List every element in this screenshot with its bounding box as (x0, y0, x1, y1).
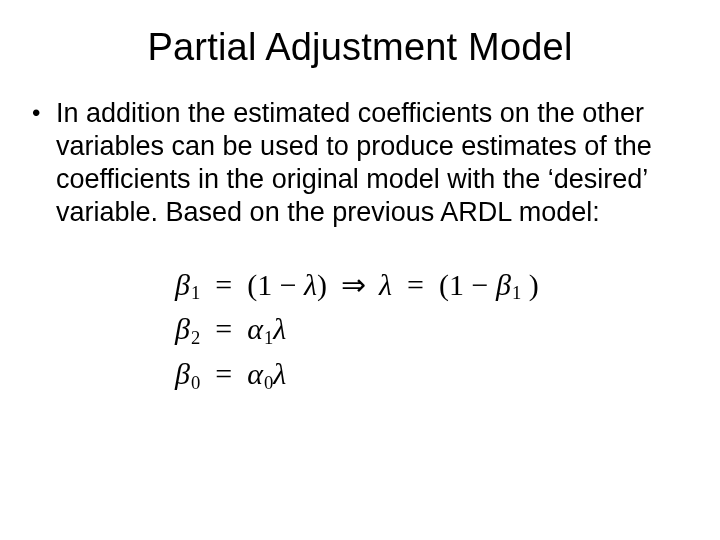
sym-implies: ⇒ (335, 268, 372, 301)
sym-lambda-3: λ (273, 312, 286, 345)
bullet-item: • In addition the estimated coefficients… (30, 97, 690, 229)
sym-beta: β (175, 268, 190, 301)
sub-1: 1 (190, 282, 200, 303)
bullet-marker: • (32, 97, 56, 128)
sub-0: 0 (190, 372, 200, 393)
slide: Partial Adjustment Model • In addition t… (0, 0, 720, 540)
sym-eq-4: = (215, 357, 232, 390)
sub-1c: 1 (263, 327, 273, 348)
sym-open-2: ( (439, 268, 449, 301)
sym-eq: = (215, 268, 232, 301)
equation-block: β1 = (1 − λ) ⇒ λ = (1 − β1 ) β2 = α1λ β0… (175, 263, 690, 397)
sym-alpha-2: α (247, 357, 263, 390)
sub-0b: 0 (263, 372, 273, 393)
sub-1b: 1 (511, 282, 521, 303)
equation-row-3: β0 = α0λ (175, 352, 690, 397)
sym-close-2: ) (529, 268, 539, 301)
sym-minus-2: − (472, 268, 489, 301)
sym-minus: − (280, 268, 297, 301)
sym-lambda: λ (304, 268, 317, 301)
num-1b: 1 (449, 268, 464, 301)
sym-beta-4: β (175, 357, 190, 390)
sym-eq-3: = (215, 312, 232, 345)
sub-2: 2 (190, 327, 200, 348)
bullet-text: In addition the estimated coefficients o… (56, 97, 688, 229)
sym-lambda-2: λ (379, 268, 392, 301)
equation-row-2: β2 = α1λ (175, 307, 690, 352)
sym-beta-3: β (175, 312, 190, 345)
equation-row-1: β1 = (1 − λ) ⇒ λ = (1 − β1 ) (175, 263, 690, 308)
sym-alpha: α (247, 312, 263, 345)
sym-open: ( (247, 268, 257, 301)
sym-eq-2: = (407, 268, 424, 301)
sym-close: ) (317, 268, 327, 301)
sym-beta-2: β (496, 268, 511, 301)
slide-title: Partial Adjustment Model (30, 26, 690, 69)
sym-lambda-4: λ (273, 357, 286, 390)
num-1: 1 (257, 268, 272, 301)
